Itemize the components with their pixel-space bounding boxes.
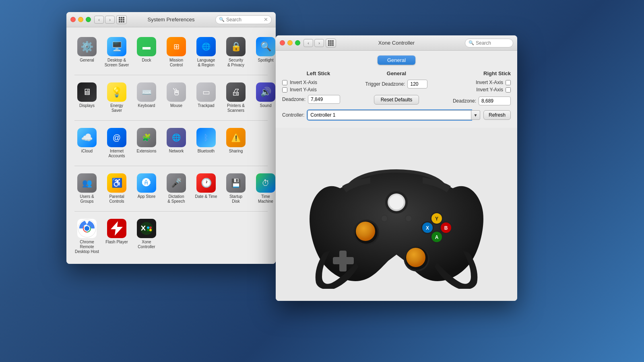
controller-name-input[interactable] (308, 110, 471, 120)
pref-item-datetime[interactable]: 🕐 Date & Time (192, 170, 220, 207)
close-button[interactable] (70, 17, 76, 22)
maximize-button[interactable] (86, 17, 91, 22)
pref-label-sharing: Sharing (229, 149, 243, 154)
pref-icon-language: 🌐 (196, 37, 216, 56)
svg-rect-28 (332, 44, 334, 46)
pref-label-security: Security& Privacy (227, 58, 244, 68)
xone-minimize-button[interactable] (287, 40, 293, 45)
pref-icon-sound: 🔊 (256, 82, 275, 102)
pref-icon-users: 👥 (77, 173, 97, 193)
pref-item-parental[interactable]: ♿ ParentalControls (103, 170, 131, 207)
pref-item-extensions[interactable]: 🧩 Extensions (132, 125, 161, 162)
left-invert-x-checkbox[interactable] (282, 80, 287, 85)
pref-label-spotlight: Spotlight (258, 58, 274, 63)
pref-icon-icloud: ☁️ (77, 128, 97, 147)
controller-dropdown-button[interactable]: ▼ (471, 110, 480, 120)
pref-item-xone[interactable]: Xone Controller (132, 216, 161, 257)
pref-item-network[interactable]: 🌐 Network (162, 125, 190, 162)
xone-search-input[interactable] (476, 40, 510, 46)
svg-text:B: B (444, 225, 448, 231)
back-button[interactable]: ‹ (94, 16, 104, 24)
xone-titlebar: ‹ › Xone Controller 🔍 (276, 35, 517, 51)
sys-prefs-search-bar[interactable]: 🔍 ✕ (215, 15, 272, 24)
pref-item-printers[interactable]: 🖨 Printers &Scanners (222, 79, 250, 116)
left-deadzone-label: Deadzone: (282, 97, 305, 102)
pref-item-dictation[interactable]: 🎤 Dictation& Speech (162, 170, 190, 207)
pref-item-language[interactable]: 🌐 Language& Region (192, 34, 220, 71)
svg-text:Y: Y (435, 216, 438, 222)
xone-close-button[interactable] (280, 40, 285, 45)
xone-nav-buttons: ‹ › (303, 39, 324, 47)
pref-item-mission[interactable]: ⊞ MissionControl (162, 34, 190, 71)
pref-item-spotlight[interactable]: 🔍 Spotlight (252, 34, 276, 71)
pref-item-bluetooth[interactable]: ᛒ Bluetooth (192, 125, 220, 162)
svg-rect-1 (121, 17, 122, 19)
pref-item-flash[interactable]: Flash Player (103, 216, 131, 257)
pref-item-security[interactable]: 🔒 Security& Privacy (222, 34, 250, 71)
pref-item-icloud[interactable]: ☁️ iCloud (73, 125, 101, 162)
right-invert-y-label: Invert Y-Axis (476, 87, 503, 93)
sys-prefs-title: System Preferences (147, 16, 194, 23)
pref-label-language: Language& Region (197, 58, 215, 68)
right-invert-x-label: Invert X-Axis (476, 80, 503, 85)
prefs-content: ⚙️ General 🖥️ Desktop &Screen Saver ▬ Do… (66, 27, 276, 264)
pref-item-dock[interactable]: ▬ Dock (132, 34, 161, 71)
pref-label-users: Users &Groups (80, 194, 94, 204)
controller-label: Controller: (282, 112, 304, 118)
prefs-row-personal: ⚙️ General 🖥️ Desktop &Screen Saver ▬ Do… (70, 31, 272, 73)
nav-buttons: ‹ › (94, 16, 115, 24)
pref-item-mouse[interactable]: 🖱 Mouse (162, 79, 190, 116)
xone-search-bar[interactable]: 🔍 (465, 39, 513, 47)
pref-label-bluetooth: Bluetooth (198, 149, 215, 154)
pref-item-internet[interactable]: @ InternetAccounts (103, 125, 131, 162)
pref-item-sound[interactable]: 🔊 Sound (252, 79, 276, 116)
pref-item-trackpad[interactable]: ▭ Trackpad (192, 79, 220, 116)
right-invert-y-row: Invert Y-Axis (476, 87, 511, 93)
trigger-deadzone-input[interactable] (407, 80, 427, 88)
pref-item-users[interactable]: 👥 Users &Groups (73, 170, 101, 207)
trigger-deadzone-row: Trigger Deadzone: (365, 80, 428, 88)
minimize-button[interactable] (78, 17, 83, 22)
pref-item-displays[interactable]: 🖥 Displays (73, 79, 101, 116)
pref-item-timemachine[interactable]: ⏱ TimeMachine (252, 170, 276, 207)
xone-grid-button[interactable] (326, 39, 336, 47)
tab-general[interactable]: General (378, 56, 415, 65)
refresh-button[interactable]: Refresh (483, 110, 511, 120)
prefs-row-internet: ☁️ iCloud @ InternetAccounts 🧩 Extension… (70, 122, 272, 164)
reset-defaults-button[interactable]: Reset Defaults (374, 95, 419, 105)
xone-maximize-button[interactable] (295, 40, 300, 45)
pref-item-energy[interactable]: 💡 EnergySaver (103, 79, 131, 116)
pref-label-parental: ParentalControls (109, 194, 124, 204)
left-invert-x-row: Invert X-Axis (282, 80, 355, 85)
pref-item-keyboard[interactable]: ⌨️ Keyboard (132, 79, 161, 116)
right-invert-y-checkbox[interactable] (506, 87, 511, 93)
svg-point-17 (147, 229, 149, 231)
pref-item-general[interactable]: ⚙️ General (73, 34, 101, 71)
svg-point-18 (149, 229, 152, 231)
left-deadzone-input[interactable] (308, 95, 340, 104)
left-stick-header: Left Stick (282, 70, 355, 76)
xone-back-button[interactable]: ‹ (303, 39, 313, 47)
pref-label-desktop: Desktop &Screen Saver (105, 58, 129, 68)
right-deadzone-input[interactable] (479, 97, 511, 105)
svg-point-53 (382, 216, 387, 221)
pref-item-sharing[interactable]: ⚠️ Sharing (222, 125, 250, 162)
svg-rect-21 (330, 40, 332, 42)
pref-item-startup[interactable]: 💾 StartupDisk (222, 170, 250, 207)
pref-item-chrome[interactable]: Chrome RemoteDesktop Host (73, 216, 101, 257)
svg-point-34 (356, 222, 375, 241)
pref-item-appstore[interactable]: 🅐 App Store (132, 170, 161, 207)
controller-image-area: Y X B A (276, 128, 517, 301)
right-deadzone-label: Deadzone: (453, 98, 476, 104)
left-deadzone-row: Deadzone: (282, 95, 355, 104)
grid-button[interactable] (116, 15, 127, 24)
search-clear-icon[interactable]: ✕ (264, 16, 268, 23)
pref-item-desktop[interactable]: 🖥️ Desktop &Screen Saver (103, 34, 131, 71)
forward-button[interactable]: › (105, 16, 115, 24)
divider-4 (74, 211, 268, 212)
settings-columns: Left Stick Invert X-Axis Invert Y-Axis D… (282, 70, 511, 105)
xone-forward-button[interactable]: › (314, 39, 324, 47)
search-input[interactable] (226, 17, 264, 23)
left-invert-y-checkbox[interactable] (282, 87, 287, 93)
right-invert-x-checkbox[interactable] (506, 80, 511, 85)
